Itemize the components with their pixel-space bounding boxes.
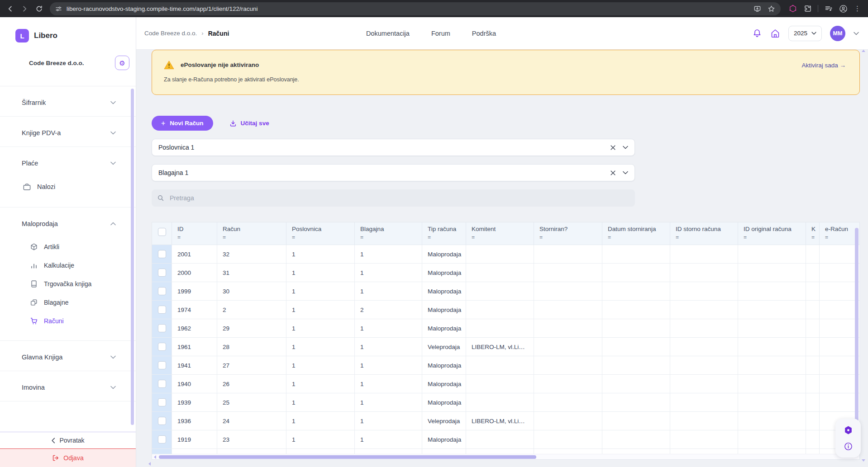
horizontal-scroll-thumb[interactable] <box>159 455 536 459</box>
notifications-button[interactable] <box>752 28 762 38</box>
sidebar-item-nalozi[interactable]: Nalozi <box>0 177 136 197</box>
table-vertical-scrollbar[interactable] <box>855 228 858 450</box>
row-checkbox[interactable] <box>158 361 166 369</box>
row-checkbox[interactable] <box>158 380 166 388</box>
page-scroll-down-arrow-icon[interactable] <box>862 459 865 462</box>
select-all-checkbox[interactable] <box>158 228 166 236</box>
column-filter-operator[interactable]: = <box>428 234 466 241</box>
clear-icon[interactable] <box>610 170 616 176</box>
column-filter-operator[interactable]: = <box>825 234 859 241</box>
column-header-poslovnica[interactable]: Poslovnica= <box>286 222 355 245</box>
avatar[interactable]: MM <box>830 26 845 41</box>
column-filter-operator[interactable]: = <box>539 234 602 241</box>
row-checkbox[interactable] <box>158 417 166 425</box>
column-filter-operator[interactable]: = <box>292 234 354 241</box>
column-header-id[interactable]: ID= <box>172 222 217 245</box>
table-row[interactable]: 1974212Maloprodaja <box>152 301 859 319</box>
browser-back-button[interactable] <box>3 1 17 16</box>
table-row[interactable]: 20003111Maloprodaja <box>152 264 859 282</box>
back-button[interactable]: Povratak <box>0 432 136 448</box>
link-forum[interactable]: Forum <box>431 30 450 37</box>
row-checkbox[interactable] <box>158 435 166 443</box>
table-row[interactable]: 19612811VeleprodajaLIBERO-LM, vl.Li… <box>152 338 859 356</box>
row-checkbox[interactable] <box>158 343 166 351</box>
page-scroll-up-arrow-icon[interactable] <box>862 50 865 52</box>
branch-select[interactable]: Poslovnica 1 <box>152 139 635 156</box>
sidebar-item-artikli[interactable]: Artikli <box>0 237 136 256</box>
address-bar[interactable]: libero-racunovodstvo-staging.compile-tim… <box>50 2 781 15</box>
column-header-racun[interactable]: Račun= <box>217 222 286 245</box>
row-checkbox[interactable] <box>158 306 166 314</box>
year-select[interactable]: 2025 <box>788 26 822 41</box>
search-input[interactable] <box>169 194 630 202</box>
scroll-left-arrow-icon[interactable] <box>154 455 156 459</box>
column-header-storniran[interactable]: Storniran?= <box>534 222 602 245</box>
logout-button[interactable]: Odjava <box>0 448 136 467</box>
sidebar-item-racuni[interactable]: Računi <box>0 311 136 330</box>
account-menu-chevron-icon[interactable] <box>854 32 859 35</box>
column-filter-operator[interactable]: = <box>472 234 534 241</box>
site-settings-icon[interactable] <box>55 5 62 12</box>
company-settings-button[interactable]: ⚙ <box>115 56 129 70</box>
table-row[interactable]: 19392511Maloprodaja <box>152 393 859 412</box>
sidebar-item-imovina[interactable]: Imovina <box>0 371 136 401</box>
table-horizontal-scrollbar[interactable] <box>152 454 859 459</box>
column-filter-operator[interactable]: = <box>223 234 286 241</box>
install-app-icon[interactable] <box>754 5 761 13</box>
sidebar-item-glavna-knjiga[interactable]: Glavna Knjiga <box>0 341 136 371</box>
column-filter-operator[interactable]: = <box>360 234 422 241</box>
link-dokumentacija[interactable]: Dokumentacija <box>366 30 410 37</box>
info-button[interactable] <box>844 442 853 451</box>
column-header-storno[interactable]: ID storno računa= <box>670 222 738 245</box>
browser-menu-icon[interactable]: ⋮ <box>854 5 861 13</box>
sidebar-item-knjige-pdva[interactable]: Knjige PDV-a <box>0 117 136 146</box>
load-all-button[interactable]: Učitaj sve <box>229 120 269 127</box>
table-row[interactable]: 19402611Maloprodaja <box>152 375 859 393</box>
table-row[interactable]: 19993011Maloprodaja <box>152 282 859 301</box>
url-text[interactable]: libero-racunovodstvo-staging.compile-tim… <box>67 5 747 12</box>
chevron-down-icon[interactable] <box>623 146 628 149</box>
row-checkbox[interactable] <box>158 398 166 406</box>
app-logo[interactable]: L Libero <box>15 29 136 42</box>
column-header-tip[interactable]: Tip računa= <box>422 222 466 245</box>
sidebar-item-maloprodaja[interactable]: Maloprodaja <box>0 208 136 237</box>
page-scroll-left-arrow-icon[interactable] <box>148 462 151 466</box>
table-row[interactable]: 19362411VeleprodajaLIBERO-LM, vl.Li… <box>152 412 859 430</box>
column-header-k[interactable]: K= <box>806 222 820 245</box>
sidebar-item-blagajne[interactable]: Blagajne <box>0 293 136 311</box>
register-select[interactable]: Blagajna 1 <box>152 164 635 181</box>
column-header-komitent[interactable]: Komitent= <box>466 222 534 245</box>
column-filter-operator[interactable]: = <box>177 234 217 241</box>
browser-forward-button[interactable] <box>17 1 32 16</box>
sidebar-item-sifrarnik[interactable]: Šifrarnik <box>0 86 136 116</box>
column-filter-operator[interactable]: = <box>744 234 806 241</box>
row-checkbox[interactable] <box>158 250 166 258</box>
column-header-datum[interactable]: Datum storniranja= <box>602 222 670 245</box>
breadcrumb-company[interactable]: Code Breeze d.o.o. <box>144 30 197 37</box>
column-filter-operator[interactable]: = <box>811 234 819 241</box>
new-invoice-button[interactable]: + Novi Račun <box>152 116 213 131</box>
chevron-down-icon[interactable] <box>623 171 628 175</box>
sidebar-item-kalkulacije[interactable]: Kalkulacije <box>0 256 136 274</box>
extensions-puzzle-icon[interactable] <box>803 5 811 13</box>
browser-reload-button[interactable] <box>32 1 46 16</box>
media-controls-icon[interactable] <box>825 5 833 13</box>
row-checkbox[interactable] <box>158 324 166 332</box>
bookmark-star-icon[interactable] <box>768 5 775 13</box>
row-checkbox[interactable] <box>158 269 166 277</box>
sidebar-item-trgovacka-knjiga[interactable]: Trgovačka knjiga <box>0 274 136 293</box>
column-header-eracun[interactable]: e-Račun= <box>820 222 859 245</box>
clear-icon[interactable] <box>610 145 616 151</box>
table-row[interactable]: 20013211Maloprodaja <box>152 245 859 264</box>
sidebar-scrollbar[interactable] <box>131 89 134 425</box>
column-header-original[interactable]: ID original računa= <box>738 222 806 245</box>
app-settings-button[interactable] <box>844 425 853 435</box>
home-button[interactable] <box>770 28 780 38</box>
link-podrska[interactable]: Podrška <box>472 30 496 37</box>
browser-profile-icon[interactable] <box>839 5 848 13</box>
row-checkbox[interactable] <box>158 287 166 295</box>
sidebar-item-place[interactable]: Plaće <box>0 147 136 177</box>
table-row[interactable]: 19622911Maloprodaja <box>152 319 859 338</box>
table-row[interactable]: 19412711Maloprodaja <box>152 356 859 375</box>
activate-now-link[interactable]: Aktiviraj sada → <box>801 62 846 69</box>
